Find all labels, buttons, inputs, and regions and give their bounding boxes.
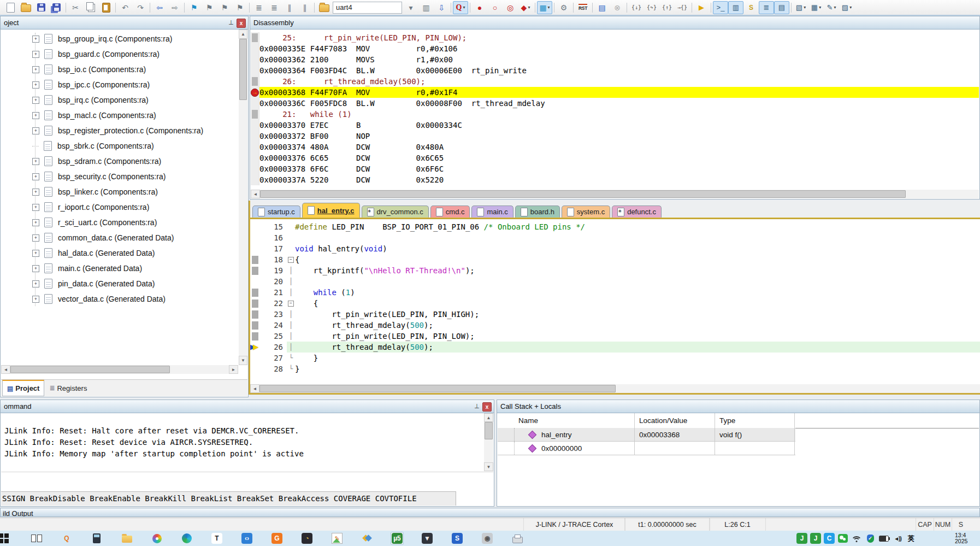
uvision-ide-icon[interactable]: µ5 [391,532,404,545]
cut-button[interactable]: ✂ [68,1,83,14]
code-line[interactable]: 23│ rt_pin_write(LED_PIN, PIN_HIGH); [250,309,980,320]
disassembly-gutter[interactable] [251,76,259,87]
volume-icon[interactable]: ◄)) [892,533,903,544]
tree-item[interactable]: +r_sci_uart.c (Components:ra) [1,215,238,230]
tree-item[interactable]: +vector_data.c (Generated Data) [1,291,238,307]
step-over-button[interactable]: {↷} [644,1,659,14]
jlink-2-icon[interactable]: J [810,533,821,544]
step-out-button[interactable]: {↑} [659,1,675,14]
show-next-statement-button[interactable]: ▤ [594,1,610,14]
uncomment-selection-button[interactable]: ∥ [297,1,312,14]
scrollbar-thumb[interactable] [10,366,170,373]
code-line[interactable]: 15#define LED_PIN BSP_IO_PORT_01_PIN_06 … [250,221,980,232]
expand-icon[interactable]: + [32,204,39,211]
command-vertical-scrollbar[interactable]: ▲ ▼ [484,413,493,471]
command-input[interactable] [1,472,493,492]
call-stack-location-cell[interactable] [635,442,715,455]
editor-tab-drv_common-c[interactable]: ∗drv_common.c [362,206,429,218]
editor-gutter[interactable]: ▶▶ [250,342,259,353]
printer-app-icon[interactable] [511,532,524,545]
call-stack-name-cell[interactable]: 0x00000000 [498,442,635,455]
code-line[interactable]: ▶▶26│ rt_thread_mdelay(500); [250,342,980,353]
editor-horizontal-scrollbar[interactable]: ◄ [250,384,980,393]
step-into-button[interactable]: {↓} [629,1,644,14]
stop-debug-button[interactable]: ⊗ [610,1,625,14]
editor-tab-defunct-c[interactable]: ∗defunct.c [612,206,662,218]
column-header-type[interactable]: Type [715,413,795,428]
editor-gutter[interactable] [250,309,259,320]
tree-item[interactable]: +bsp_security.c (Components:ra) [1,169,238,184]
disassembly-line[interactable]: 25: rt_pin_write(LED_PIN, PIN_LOW); [251,32,979,43]
comment-selection-button[interactable]: ∥ [282,1,297,14]
code-line[interactable]: 20│ [250,276,980,287]
fold-column[interactable]: − [287,298,295,309]
editor-tab-system-c[interactable]: system.c [562,206,610,218]
analysis-window-button[interactable]: ▨▾ [839,1,854,14]
editor-gutter[interactable] [250,320,259,331]
tree-item[interactable]: +bsp_ipc.c (Components:ra) [1,77,238,92]
navigate-forward-button[interactable]: ⇨ [167,1,182,14]
editor-gutter[interactable] [250,221,259,232]
disassembly-gutter[interactable]: → [251,87,259,98]
unindent-button[interactable]: ≣ [251,1,267,14]
disassembly-gutter[interactable] [251,152,259,163]
ime-indicator-icon[interactable]: 英 [906,533,917,544]
tray-clock[interactable]: 13:4 2025 [955,532,980,544]
expand-icon[interactable]: + [32,81,39,89]
code-line[interactable]: 27└ } [250,353,980,363]
debug-session-combo[interactable]: uart4 [333,2,402,14]
code-line[interactable]: 17void hal_entry(void) [250,243,980,254]
tab-project[interactable]: ▤Project [2,380,44,396]
tree-item[interactable]: +bsp_group_irq.c (Components:ra) [1,31,238,46]
close-icon[interactable]: x [237,19,246,28]
save-all-button[interactable] [49,1,64,14]
edge-browser-icon[interactable] [180,532,193,545]
expand-icon[interactable]: + [32,173,39,180]
call-stack-row[interactable]: hal_entry0x00003368void f() [498,428,795,442]
disassembly-line[interactable]: 0x00003364 F003FD4C BL.W 0x00006E00 rt_p… [251,65,979,76]
typora-icon[interactable]: T [210,532,223,545]
clear-all-bookmarks-button[interactable]: ⚑ [232,1,247,14]
disassembly-line[interactable]: →0x00003368 F44F70FA MOV r0,#0x1F4 [251,87,979,98]
code-line[interactable]: 22− { [250,298,980,309]
clock-app-icon[interactable]: ◔ [300,532,314,545]
expand-icon[interactable]: + [32,112,39,119]
editor-gutter[interactable] [250,254,259,265]
pin-icon[interactable]: ⊤ [473,402,481,410]
disassembly-line[interactable]: 0x00003376 6C65 DCW 0x6C65 [251,152,979,163]
memory-window-button[interactable]: ▦▾ [808,1,824,14]
disassembly-line[interactable]: 0x00003370 E7EC B 0x0000334C [251,120,979,131]
redo-button[interactable]: ↷ [133,1,148,14]
editor-gutter[interactable] [250,298,259,309]
tree-item[interactable]: +r_ioport.c (Components:ra) [1,199,238,215]
scrollbar-thumb[interactable] [260,190,906,198]
blue-app-icon[interactable]: C [824,533,835,544]
editor-gutter[interactable] [250,276,259,287]
paint-icon[interactable] [150,532,163,545]
expand-icon[interactable]: + [32,36,39,43]
editor-gutter[interactable] [250,232,259,243]
tree-item[interactable]: +pin_data.c (Generated Data) [1,276,238,291]
editor-gutter[interactable] [250,363,259,374]
editor-tab-startup-c[interactable]: startup.c [252,206,300,218]
open-debug-session-button[interactable] [316,1,332,14]
run-to-cursor-button[interactable]: →{} [675,1,690,14]
code-line[interactable]: 16 [250,232,980,243]
rt-thread-studio-icon[interactable]: S [451,532,464,545]
start-icon[interactable] [0,532,13,545]
code-line[interactable]: 25│ rt_pin_write(LED_PIN, PIN_LOW); [250,331,980,342]
next-bookmark-button[interactable]: ⚑ [217,1,232,14]
scroll-left-icon[interactable]: ◄ [1,365,10,374]
scroll-up-icon[interactable]: ▲ [484,413,493,422]
disassembly-gutter[interactable] [251,174,259,185]
column-header-location-value[interactable]: Location/Value [635,413,715,428]
disassembly-line[interactable]: 0x00003378 6F6C DCW 0x6F6C [251,163,979,174]
disassembly-gutter[interactable] [251,43,259,54]
expand-icon[interactable]: + [32,97,39,104]
tree-item[interactable]: +main.c (Generated Data) [1,261,238,276]
copy-button[interactable] [83,1,98,14]
new-file-button[interactable] [3,1,18,14]
orange-app-icon[interactable]: G [270,532,284,545]
disassembly-line[interactable]: 0x00003374 480A DCW 0x480A [251,142,979,152]
paste-button[interactable] [98,1,114,14]
